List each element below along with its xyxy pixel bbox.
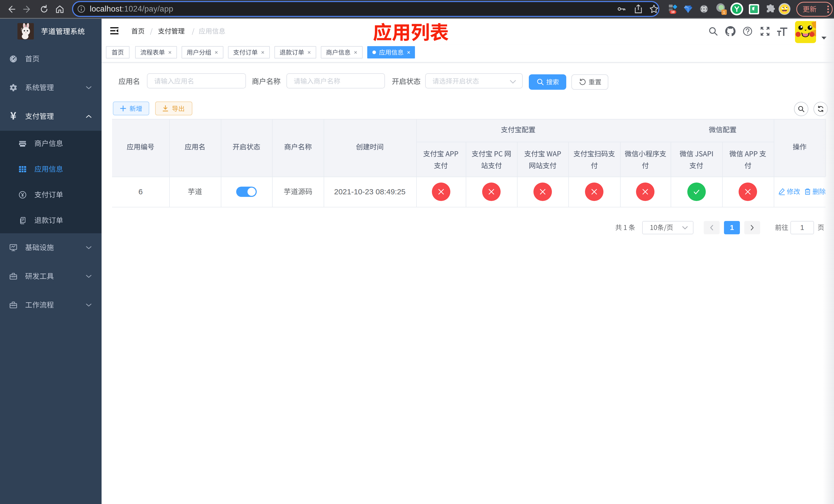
svg-text:10: 10	[671, 10, 675, 14]
svg-text:1: 1	[723, 10, 725, 14]
